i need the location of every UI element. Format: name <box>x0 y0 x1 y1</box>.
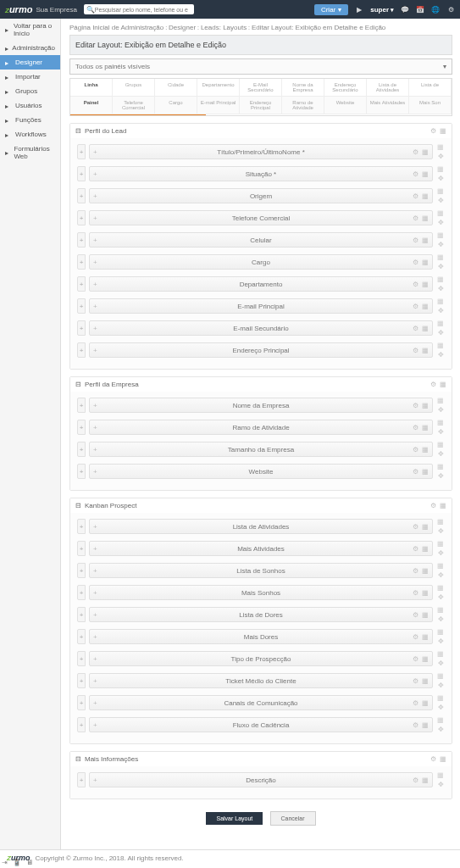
gear-icon[interactable]: ⚙ <box>413 721 418 729</box>
delete-icon[interactable]: ▦ <box>422 633 429 641</box>
delete-icon[interactable]: ▦ <box>422 545 429 553</box>
sidebar-item-1[interactable]: ▸Administração <box>0 41 60 55</box>
add-icon[interactable]: + <box>93 192 97 200</box>
pool-cell[interactable]: Mais Atividades <box>367 97 409 114</box>
field-item[interactable]: +Fluxo de Cadência⚙▦ <box>89 717 433 732</box>
add-icon[interactable]: + <box>93 303 97 310</box>
delete-icon[interactable]: ▦ <box>422 170 429 178</box>
move-icon[interactable]: ✥ <box>436 197 445 204</box>
field-item[interactable]: +E-mail Principal⚙▦ <box>89 298 433 314</box>
gear-icon[interactable]: ⚙ <box>413 402 418 409</box>
move-icon[interactable]: ✥ <box>436 428 445 436</box>
delete-icon[interactable]: ▦ <box>422 523 429 531</box>
delete-icon[interactable]: ▦ <box>422 424 429 431</box>
add-left-button[interactable]: + <box>77 695 86 710</box>
add-icon[interactable]: + <box>93 148 97 156</box>
add-left-button[interactable]: + <box>77 232 86 248</box>
remove-icon[interactable]: ▦ <box>436 143 445 151</box>
delete-icon[interactable]: ▦ <box>440 127 446 135</box>
gear-icon[interactable]: ⚙ <box>413 325 418 332</box>
add-icon[interactable]: + <box>93 259 97 266</box>
breadcrumb-leads[interactable]: Leads: Layouts <box>201 24 247 31</box>
delete-icon[interactable]: ▦ <box>422 236 429 244</box>
add-icon[interactable]: + <box>93 325 97 332</box>
field-item[interactable]: +Canais de Comunicação⚙▦ <box>89 695 433 710</box>
add-left-button[interactable]: + <box>77 629 86 644</box>
gear-icon[interactable]: ⚙ <box>413 589 418 597</box>
move-icon[interactable]: ✥ <box>436 307 445 314</box>
delete-icon[interactable]: ▦ <box>422 259 429 266</box>
gear-icon[interactable]: ⚙ <box>413 303 418 310</box>
remove-icon[interactable]: ▦ <box>436 650 445 658</box>
gear-icon[interactable]: ⚙ <box>413 545 418 553</box>
field-item[interactable]: +Tamanho da Empresa⚙▦ <box>89 442 433 457</box>
remove-icon[interactable]: ▦ <box>436 209 445 217</box>
add-icon[interactable]: + <box>93 402 97 409</box>
field-item[interactable]: +Mais Sonhos⚙▦ <box>89 585 433 600</box>
remove-icon[interactable]: ▦ <box>436 606 445 614</box>
sidebar-item-7[interactable]: ▸Workflows <box>0 127 60 142</box>
globe-icon[interactable]: 🌐 <box>431 5 440 14</box>
collapse-icon[interactable]: ⊟ <box>75 381 81 388</box>
gear-icon[interactable]: ⚙ <box>413 347 418 354</box>
add-icon[interactable]: + <box>93 424 97 431</box>
pool-cell[interactable]: Cidade <box>155 79 197 97</box>
add-left-button[interactable]: + <box>77 541 86 556</box>
delete-icon[interactable]: ▦ <box>422 303 429 310</box>
add-left-button[interactable]: + <box>77 464 86 479</box>
field-item[interactable]: +Nome da Empresa⚙▦ <box>89 398 433 413</box>
field-item[interactable]: +Origem⚙▦ <box>89 188 433 203</box>
search-box[interactable]: 🔍 <box>84 4 194 14</box>
gear-icon[interactable]: ⚙ <box>413 776 418 784</box>
field-item[interactable]: +Mais Dores⚙▦ <box>89 629 433 644</box>
remove-icon[interactable]: ▦ <box>436 253 445 261</box>
exit-icon[interactable]: ⇥ <box>2 859 8 865</box>
remove-icon[interactable]: ▦ <box>436 275 445 283</box>
logo[interactable]: Zurmo <box>5 4 32 14</box>
add-left-button[interactable]: + <box>77 276 86 292</box>
delete-icon[interactable]: ▦ <box>422 347 429 354</box>
move-icon[interactable]: ✥ <box>436 241 445 248</box>
add-left-button[interactable]: + <box>77 342 86 358</box>
add-icon[interactable]: + <box>93 214 97 222</box>
pool-cell[interactable]: Painel <box>70 97 113 114</box>
pool-cell[interactable]: Cargo <box>155 97 197 114</box>
pool-cell[interactable]: Departamento <box>197 79 240 97</box>
gear-icon[interactable]: ⚙ <box>413 170 418 178</box>
add-left-button[interactable]: + <box>77 519 86 534</box>
sidebar-item-5[interactable]: ▸Usuários <box>0 98 60 113</box>
gear-icon[interactable]: ⚙ <box>430 755 436 763</box>
delete-icon[interactable]: ▦ <box>422 677 429 685</box>
remove-icon[interactable]: ▦ <box>436 716 445 724</box>
search-input[interactable] <box>95 7 188 13</box>
cancel-button[interactable]: Cancelar <box>270 811 316 826</box>
remove-icon[interactable]: ▦ <box>436 187 445 195</box>
add-left-button[interactable]: + <box>77 563 86 578</box>
remove-icon[interactable]: ▦ <box>436 397 445 404</box>
move-icon[interactable]: ✥ <box>436 659 445 667</box>
add-icon[interactable]: + <box>93 523 97 531</box>
move-icon[interactable]: ✥ <box>436 351 445 359</box>
delete-icon[interactable]: ▦ <box>422 567 429 575</box>
gear-icon[interactable]: ⚙ <box>413 567 418 575</box>
gear-icon[interactable]: ⚙ <box>413 192 418 200</box>
remove-icon[interactable]: ▦ <box>436 463 445 470</box>
move-icon[interactable]: ✥ <box>436 153 445 160</box>
remove-icon[interactable]: ▦ <box>436 771 445 779</box>
pool-cell[interactable]: Mais Son <box>409 97 452 114</box>
field-item[interactable]: +Situação *⚙▦ <box>89 166 433 181</box>
calendar-icon[interactable]: 📅 <box>416 5 424 14</box>
field-item[interactable]: +Cargo⚙▦ <box>89 254 433 270</box>
add-left-button[interactable]: + <box>77 166 86 181</box>
sidebar-item-6[interactable]: ▸Funções <box>0 113 60 127</box>
field-item[interactable]: +Ramo de Atividade⚙▦ <box>89 420 433 435</box>
delete-icon[interactable]: ▦ <box>440 502 446 509</box>
user-menu[interactable]: super ▾ <box>370 6 394 14</box>
remove-icon[interactable]: ▦ <box>436 320 445 327</box>
remove-icon[interactable]: ▦ <box>436 419 445 426</box>
delete-icon[interactable]: ▦ <box>422 192 429 200</box>
panel-header[interactable]: ⊟Perfil da Empresa⚙▦ <box>70 377 452 392</box>
add-left-button[interactable]: + <box>77 442 86 457</box>
delete-icon[interactable]: ▦ <box>422 446 429 453</box>
move-icon[interactable]: ✥ <box>436 219 445 226</box>
